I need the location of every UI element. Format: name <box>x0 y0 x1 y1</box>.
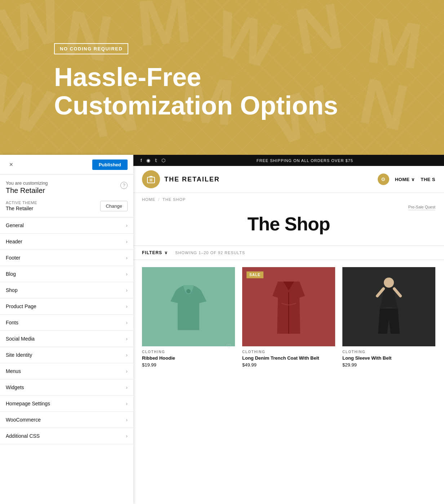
chevron-right-icon: › <box>126 417 128 423</box>
filters-chevron-icon: ∨ <box>164 250 168 255</box>
hero-title: Hassle-Free Customization Options <box>54 63 338 120</box>
product-category-2: CLOTHING <box>242 350 335 354</box>
chevron-right-icon: › <box>126 222 128 228</box>
preview-area: f ◉ 𝕥 ⬡ FREE SHIPPING ON ALL ORDERS OVER… <box>133 155 444 504</box>
presale-link[interactable]: Pre-Sale Quest <box>408 205 435 210</box>
no-coding-badge: NO CODING REQUIRED <box>54 43 128 54</box>
wishlist-icon-1[interactable]: ♡ <box>226 343 231 350</box>
nav-home-link[interactable]: HOME ∨ <box>395 177 415 182</box>
chevron-right-icon: › <box>126 303 128 309</box>
product-info-1: CLOTHING Ribbed Hoodie $19.99 <box>142 346 235 371</box>
customizing-info: You are customizing The Retailer ? <box>0 175 133 195</box>
messenger-icon[interactable]: ◉ <box>146 158 151 163</box>
menu-item-blog[interactable]: Blog › <box>0 266 133 282</box>
customizer-panel: × Published You are customizing The Reta… <box>0 155 133 504</box>
filters-label: FILTERS <box>142 250 162 255</box>
product-info-3: CLOTHING Long Sleeve With Belt $29.99 <box>342 346 435 371</box>
sale-badge-2: SALE <box>247 271 263 278</box>
chevron-right-icon: › <box>126 271 128 277</box>
menu-item-fonts[interactable]: Fonts › <box>0 315 133 331</box>
product-image-1 <box>142 267 235 346</box>
shop-page-title: The Shop <box>133 206 444 246</box>
product-name-2: Long Denim Trench Coat With Belt <box>242 355 335 361</box>
menu-item-footer[interactable]: Footer › <box>0 250 133 266</box>
results-count: SHOWING 1–20 OF 92 RESULTS <box>175 251 245 255</box>
active-theme-label: Active theme <box>6 201 37 205</box>
menu-item-site-identity[interactable]: Site Identity › <box>0 347 133 363</box>
instagram-icon[interactable]: ⬡ <box>161 158 166 163</box>
help-icon[interactable]: ? <box>120 182 128 189</box>
nav-shop-link[interactable]: THE S <box>421 177 435 182</box>
social-icons: f ◉ 𝕥 ⬡ <box>141 158 166 163</box>
shop-topbar: f ◉ 𝕥 ⬡ FREE SHIPPING ON ALL ORDERS OVER… <box>133 155 444 166</box>
product-category-1: CLOTHING <box>142 350 235 354</box>
product-price-1: $19.99 <box>142 362 235 368</box>
product-category-3: CLOTHING <box>342 350 435 354</box>
chevron-right-icon: › <box>126 320 128 325</box>
active-theme-name: The Retailer <box>6 206 37 211</box>
shop-logo-area[interactable]: THE RETAILER <box>142 170 220 188</box>
shop-nav-right: ⚙ HOME ∨ THE S <box>378 174 435 185</box>
product-price-3: $29.99 <box>342 362 435 368</box>
main-area: × Published You are customizing The Reta… <box>0 155 444 504</box>
customizing-name: The Retailer <box>6 186 48 195</box>
hero-content: NO CODING REQUIRED Hassle-Free Customiza… <box>54 43 338 120</box>
menu-item-header[interactable]: Header › <box>0 234 133 250</box>
chevron-right-icon: › <box>126 239 128 244</box>
customizer-header: × Published <box>0 155 133 175</box>
product-info-2: CLOTHING Long Denim Trench Coat With Bel… <box>242 346 335 371</box>
menu-item-general[interactable]: General › <box>0 217 133 234</box>
change-theme-button[interactable]: Change <box>100 201 128 211</box>
menu-item-shop[interactable]: Shop › <box>0 282 133 298</box>
menu-item-social-media[interactable]: Social Media › <box>0 331 133 347</box>
product-card-1[interactable]: CLOTHING Ribbed Hoodie $19.99 ♡ <box>142 267 235 371</box>
product-card-3[interactable]: CLOTHING Long Sleeve With Belt $29.99 <box>342 267 435 371</box>
topbar-message: FREE SHIPPING ON ALL ORDERS OVER $75 <box>173 158 437 163</box>
product-image-2: SALE <box>242 267 335 346</box>
chevron-right-icon: › <box>126 401 128 406</box>
twitter-icon[interactable]: 𝕥 <box>155 158 157 163</box>
svg-point-2 <box>186 289 191 293</box>
breadcrumb: HOME / THE SHOP <box>133 193 444 206</box>
chevron-right-icon: › <box>126 287 128 293</box>
product-image-3 <box>342 267 435 346</box>
menu-item-widgets[interactable]: Widgets › <box>0 379 133 396</box>
theme-info: Active theme The Retailer Change <box>0 195 133 217</box>
breadcrumb-home[interactable]: HOME <box>142 197 155 202</box>
svg-rect-1 <box>150 179 152 181</box>
chevron-right-icon: › <box>126 368 128 374</box>
shop-logo-icon <box>142 170 160 188</box>
product-name-3: Long Sleeve With Belt <box>342 355 435 361</box>
menu-item-woocommerce[interactable]: WooCommerce › <box>0 412 133 428</box>
shop-nav: THE RETAILER ⚙ HOME ∨ THE S Pre-Sale Que… <box>133 166 444 193</box>
menu-item-product-page[interactable]: Product Page › <box>0 298 133 315</box>
chevron-right-icon: › <box>126 255 128 261</box>
shop-logo-text: THE RETAILER <box>164 176 220 183</box>
menu-item-menus[interactable]: Menus › <box>0 363 133 379</box>
filters-button[interactable]: FILTERS ∨ <box>142 250 168 255</box>
customizing-label: You are customizing <box>6 180 48 186</box>
product-price-2: $49.99 <box>242 362 335 368</box>
customizer-menu: General › Header › Footer › Blog › Shop … <box>0 217 133 444</box>
close-button[interactable]: × <box>6 159 17 170</box>
chevron-right-icon: › <box>126 384 128 390</box>
menu-item-additional-css[interactable]: Additional CSS › <box>0 428 133 444</box>
breadcrumb-separator: / <box>158 197 160 202</box>
facebook-icon[interactable]: f <box>141 158 142 163</box>
product-card-2[interactable]: SALE CLOTHING Long Denim Trench Coat Wit… <box>242 267 335 371</box>
chevron-right-icon: › <box>126 433 128 439</box>
svg-point-4 <box>384 278 394 288</box>
account-icon[interactable]: ⚙ <box>378 174 389 185</box>
published-button[interactable]: Published <box>92 159 128 170</box>
chevron-right-icon: › <box>126 352 128 358</box>
products-grid: CLOTHING Ribbed Hoodie $19.99 ♡ SALE <box>133 267 444 371</box>
menu-item-homepage-settings[interactable]: Homepage Settings › <box>0 396 133 412</box>
home-chevron-icon: ∨ <box>411 177 415 182</box>
filter-bar: FILTERS ∨ SHOWING 1–20 OF 92 RESULTS <box>133 246 444 260</box>
chevron-right-icon: › <box>126 336 128 342</box>
breadcrumb-shop[interactable]: THE SHOP <box>163 197 186 202</box>
product-name-1: Ribbed Hoodie <box>142 355 235 361</box>
